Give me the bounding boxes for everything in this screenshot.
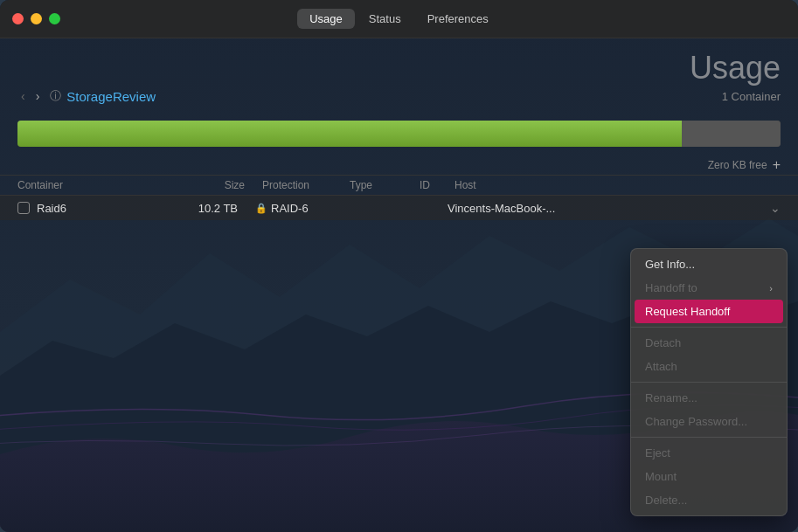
- tab-preferences[interactable]: Preferences: [415, 9, 501, 29]
- menu-separator-1: [631, 327, 787, 328]
- nav-forward-button[interactable]: ›: [32, 87, 44, 105]
- page-title: Usage: [17, 52, 781, 84]
- menu-item-get-info[interactable]: Get Info...: [631, 252, 787, 276]
- row-checkbox[interactable]: [17, 202, 30, 214]
- row-name: Raid6: [37, 202, 168, 215]
- col-header-host: Host: [455, 179, 781, 191]
- close-button[interactable]: [12, 13, 24, 24]
- storage-bar-used: [17, 121, 682, 147]
- table-row[interactable]: Raid6 10.2 TB 🔒 RAID-6 Vincents-MacBook-…: [0, 196, 798, 220]
- protection-label: RAID-6: [271, 202, 309, 215]
- table-header: Container Size Protection Type ID Host: [0, 175, 798, 196]
- menu-item-detach[interactable]: Detach: [631, 331, 787, 355]
- menu-item-label: Request Handoff: [645, 305, 730, 318]
- submenu-arrow-icon: ›: [769, 283, 773, 294]
- nav-row: ‹ › ⓘ StorageReview 1 Container: [17, 87, 781, 105]
- menu-item-handoff-to[interactable]: Handoff to ›: [631, 276, 787, 300]
- tab-usage[interactable]: Usage: [297, 9, 355, 29]
- context-menu: Get Info... Handoff to › Request Handoff…: [630, 248, 788, 516]
- menu-item-label: Handoff to: [645, 281, 697, 294]
- col-header-protection: Protection: [262, 179, 350, 191]
- row-host: Vincents-MacBook-...: [448, 202, 770, 215]
- menu-item-label: Eject: [645, 446, 670, 459]
- menu-item-rename[interactable]: Rename...: [631, 386, 787, 410]
- nav-arrows: ‹ ›: [17, 87, 43, 105]
- storage-bar: [17, 121, 781, 147]
- row-size: 10.2 TB: [168, 202, 238, 215]
- menu-item-change-password[interactable]: Change Password...: [631, 410, 787, 433]
- menu-item-eject[interactable]: Eject: [631, 441, 787, 465]
- menu-item-label: Get Info...: [645, 258, 695, 271]
- menu-item-attach[interactable]: Attach: [631, 355, 787, 378]
- row-protection: 🔒 RAID-6: [255, 202, 343, 215]
- free-label: Zero KB free: [708, 159, 767, 171]
- menu-item-label: Delete...: [645, 494, 687, 507]
- add-container-button[interactable]: +: [773, 157, 781, 173]
- menu-item-label: Detach: [645, 336, 681, 349]
- app-content: Usage Status Preferences Usage ‹ › ⓘ Sto…: [0, 0, 798, 532]
- main-content: Usage ‹ › ⓘ StorageReview 1 Container Ze…: [0, 38, 798, 532]
- free-label-row: Zero KB free +: [0, 155, 798, 175]
- col-header-type: Type: [350, 179, 420, 191]
- menu-separator-2: [631, 382, 787, 383]
- menu-separator-3: [631, 437, 787, 438]
- menu-item-mount[interactable]: Mount: [631, 465, 787, 488]
- traffic-lights: [12, 13, 60, 24]
- nav-back-button[interactable]: ‹: [17, 87, 29, 105]
- app-window: Usage Status Preferences Usage ‹ › ⓘ Sto…: [0, 0, 798, 532]
- breadcrumb: StorageReview: [66, 89, 156, 104]
- tab-bar: Usage Status Preferences: [297, 9, 501, 29]
- menu-item-request-handoff[interactable]: Request Handoff: [635, 300, 783, 323]
- fullscreen-button[interactable]: [49, 13, 60, 24]
- col-header-container: Container: [17, 179, 175, 191]
- title-bar: Usage Status Preferences: [0, 0, 798, 38]
- row-expand-button[interactable]: ⌄: [770, 201, 781, 215]
- minimize-button[interactable]: [31, 13, 42, 24]
- menu-item-delete[interactable]: Delete...: [631, 488, 787, 512]
- tab-status[interactable]: Status: [357, 9, 413, 29]
- menu-item-label: Mount: [645, 470, 677, 483]
- header-section: Usage ‹ › ⓘ StorageReview 1 Container: [0, 38, 798, 112]
- menu-item-label: Rename...: [645, 391, 697, 404]
- menu-item-label: Attach: [645, 360, 677, 373]
- storage-bar-free: [682, 121, 781, 147]
- col-header-id: ID: [420, 179, 455, 191]
- container-count: 1 Container: [722, 90, 781, 103]
- lock-icon: 🔒: [255, 203, 267, 214]
- col-header-size: Size: [175, 179, 245, 191]
- menu-item-label: Change Password...: [645, 415, 747, 428]
- info-icon[interactable]: ⓘ: [50, 88, 61, 104]
